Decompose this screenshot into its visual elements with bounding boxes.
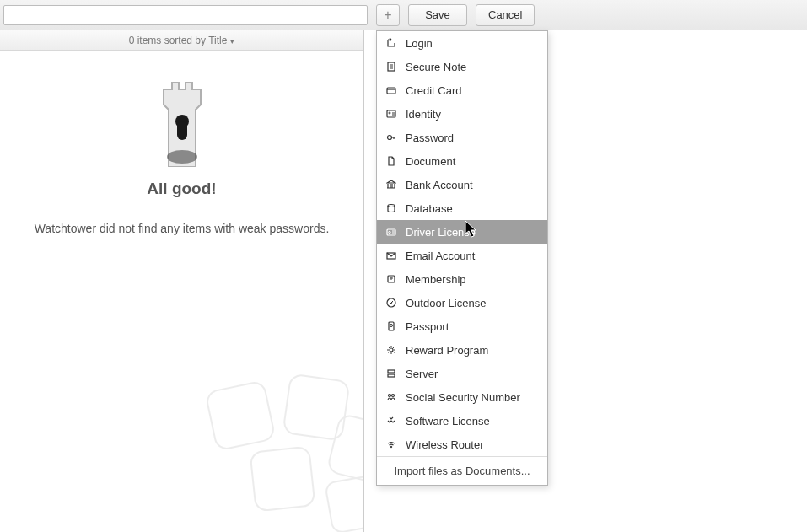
dropdown-item-label: Login: [406, 37, 433, 50]
list-sort-header[interactable]: 0 items sorted by Title: [0, 30, 363, 51]
svg-point-13: [388, 205, 395, 207]
item-list-panel: 0 items sorted by Title All good! Watcht…: [0, 30, 364, 532]
dropdown-item-software-license[interactable]: Software License: [377, 409, 547, 433]
dropdown-item-driver-license[interactable]: Driver License: [377, 220, 547, 244]
empty-state: All good! Watchtower did not find any it…: [0, 51, 363, 235]
dropdown-item-server[interactable]: Server: [377, 362, 547, 385]
svg-rect-24: [388, 374, 395, 377]
empty-subtitle: Watchtower did not find any items with w…: [35, 222, 330, 235]
svg-point-11: [389, 112, 390, 114]
cancel-button[interactable]: Cancel: [476, 4, 535, 26]
svg-rect-2: [177, 121, 187, 140]
gear-icon: [385, 344, 397, 356]
new-item-dropdown: LoginSecure NoteCredit CardIdentityPassw…: [376, 30, 548, 486]
svg-rect-4: [282, 373, 349, 440]
dropdown-item-label: Outdoor License: [406, 297, 486, 309]
toolbar: + Save Cancel: [0, 0, 807, 30]
dropdown-item-label: Social Security Number: [406, 391, 520, 404]
dropdown-item-reward-program[interactable]: Reward Program: [377, 338, 547, 362]
svg-point-25: [389, 395, 391, 397]
dropdown-import-files[interactable]: Import files as Documents...: [377, 456, 547, 485]
sort-label: 0 items sorted by Title: [129, 35, 235, 46]
note-icon: [385, 61, 397, 73]
add-item-button[interactable]: +: [376, 4, 400, 26]
dropdown-item-label: Identity: [406, 108, 441, 121]
search-input[interactable]: [3, 5, 368, 25]
svg-rect-10: [387, 110, 395, 117]
svg-rect-3: [205, 380, 275, 450]
dropdown-item-bank-account[interactable]: Bank Account: [377, 173, 547, 196]
svg-point-21: [390, 325, 393, 327]
background-decoration: [202, 369, 364, 532]
dropdown-item-label: Membership: [406, 273, 466, 286]
empty-title: All good!: [147, 180, 216, 198]
svg-point-26: [392, 395, 395, 397]
dropdown-item-label: Database: [406, 202, 453, 215]
svg-point-27: [390, 446, 392, 448]
card-icon: [385, 84, 397, 96]
dropdown-item-document[interactable]: Document: [377, 149, 547, 173]
app-icon: [385, 415, 397, 427]
svg-point-12: [388, 136, 392, 140]
dropdown-item-outdoor-license[interactable]: Outdoor License: [377, 291, 547, 314]
dropdown-item-membership[interactable]: Membership: [377, 267, 547, 291]
dropdown-item-label: Secure Note: [406, 61, 466, 73]
svg-point-22: [390, 348, 393, 352]
dropdown-item-login[interactable]: Login: [377, 31, 547, 55]
passport-icon: [385, 320, 397, 332]
dropdown-item-email-account[interactable]: Email Account: [377, 244, 547, 267]
watchtower-icon: [148, 74, 216, 169]
dropdown-item-social-security-number[interactable]: Social Security Number: [377, 385, 547, 409]
svg-point-18: [390, 277, 392, 279]
dropdown-item-passport[interactable]: Passport: [377, 314, 547, 338]
save-button[interactable]: Save: [408, 4, 467, 26]
dropdown-item-label: Reward Program: [406, 344, 488, 357]
group-icon: [385, 391, 397, 403]
svg-point-15: [389, 231, 390, 233]
server-icon: [385, 368, 397, 379]
svg-rect-7: [325, 475, 364, 532]
svg-rect-23: [388, 370, 395, 373]
svg-point-0: [167, 150, 197, 164]
license-icon: [385, 226, 397, 238]
dropdown-item-label: Document: [406, 155, 455, 168]
dropdown-item-label: Email Account: [406, 250, 475, 262]
dropdown-item-wireless-router[interactable]: Wireless Router: [377, 433, 547, 456]
svg-rect-6: [327, 414, 364, 486]
dropdown-item-password[interactable]: Password: [377, 126, 547, 149]
badge-icon: [385, 273, 397, 285]
dropdown-item-label: Credit Card: [406, 84, 461, 97]
db-icon: [385, 202, 397, 214]
mail-icon: [385, 250, 397, 261]
dropdown-item-label: Server: [406, 368, 438, 380]
dropdown-item-label: Software License: [406, 415, 490, 427]
dropdown-item-label: Password: [406, 132, 454, 144]
wifi-icon: [385, 438, 397, 450]
id-icon: [385, 108, 397, 120]
arrow-in-icon: [385, 37, 397, 49]
dropdown-item-label: Driver License: [406, 226, 476, 239]
key-icon: [385, 132, 397, 143]
dropdown-item-database[interactable]: Database: [377, 196, 547, 220]
doc-icon: [385, 155, 397, 167]
dropdown-item-label: Wireless Router: [406, 438, 483, 451]
svg-rect-5: [250, 447, 315, 512]
compass-icon: [385, 297, 397, 309]
dropdown-item-credit-card[interactable]: Credit Card: [377, 78, 547, 102]
dropdown-item-identity[interactable]: Identity: [377, 102, 547, 126]
dropdown-item-label: Passport: [406, 320, 449, 333]
bank-icon: [385, 179, 397, 191]
dropdown-item-secure-note[interactable]: Secure Note: [377, 55, 547, 78]
svg-rect-9: [387, 88, 395, 94]
dropdown-item-label: Bank Account: [406, 179, 473, 191]
